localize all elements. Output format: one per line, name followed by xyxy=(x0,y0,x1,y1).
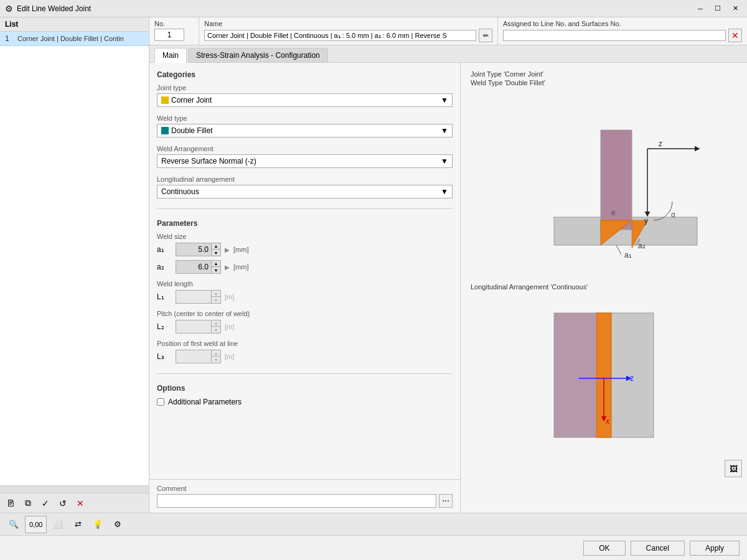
joint-type-select[interactable]: Corner Joint ▼ xyxy=(157,93,453,107)
edit-name-button[interactable]: ✏ xyxy=(479,29,492,42)
a2-input[interactable] xyxy=(176,261,211,273)
search-tool-button[interactable]: 🔍 xyxy=(5,516,22,533)
l1-unit: [m] xyxy=(225,293,234,301)
l3-input-group: ▲ ▼ xyxy=(176,350,221,363)
name-label: Name xyxy=(204,20,492,27)
joint-type-value: Corner Joint xyxy=(171,96,212,105)
a2-arrow: ▶ xyxy=(225,264,230,271)
list-toolbar: 🖹 ⧉ ✓ ↺ ✕ xyxy=(0,493,149,513)
clear-assigned-button[interactable]: ✕ xyxy=(728,29,742,42)
comment-row: ⋯ xyxy=(157,494,453,508)
assigned-section: Assigned to Line No. and Surfaces No. ✕ xyxy=(498,17,747,45)
l3-increment: ▲ xyxy=(212,350,220,357)
diagram-label2: Weld Type 'Double Fillet' xyxy=(471,79,737,86)
l1-label: L₁ xyxy=(157,292,172,301)
longitudinal-arrangement-arrow: ▼ xyxy=(441,187,448,196)
swap-button[interactable]: ⇄ xyxy=(69,516,87,533)
name-input[interactable] xyxy=(204,30,476,41)
weld-arrangement-value: Reverse Surface Normal (-z) xyxy=(161,157,256,166)
weld-arrangement-select[interactable]: Reverse Surface Normal (-z) ▼ xyxy=(157,154,453,168)
svg-line-12 xyxy=(616,245,621,254)
a2-decrement[interactable]: ▼ xyxy=(212,267,220,273)
apply-button[interactable]: Apply xyxy=(690,541,740,556)
position-section: Position of first weld at line L₃ ▲ ▼ xyxy=(157,340,453,363)
l1-input-group: ▲ ▼ xyxy=(176,290,221,304)
no-input[interactable] xyxy=(154,29,184,41)
position-label: Position of first weld at line xyxy=(157,340,453,347)
svg-text:a₂: a₂ xyxy=(638,241,646,250)
diagram-footer: 🖼 xyxy=(461,455,747,482)
coordinates-display[interactable]: 0,00 xyxy=(25,516,47,533)
left-panel: List 1 Corner Joint | Double Fillet | Co… xyxy=(0,17,149,513)
l3-spin: ▲ ▼ xyxy=(211,350,220,363)
a2-spin: ▲ ▼ xyxy=(211,261,220,273)
longitudinal-label: Longitudinal Arrangement 'Continuous' xyxy=(461,278,747,296)
a2-increment[interactable]: ▲ xyxy=(212,261,220,267)
help-button[interactable]: 💡 xyxy=(89,516,106,533)
weld-length-section: Weld length L₁ ▲ ▼ xyxy=(157,280,453,304)
comment-button[interactable]: ⋯ xyxy=(439,494,453,508)
list-item-text: Corner Joint | Double Fillet | Contin xyxy=(17,35,124,42)
l1-increment: ▲ xyxy=(212,291,220,297)
delete-button[interactable]: ✕ xyxy=(72,495,88,511)
close-button[interactable]: ✕ xyxy=(728,2,742,16)
a1-input[interactable] xyxy=(176,244,211,255)
weld-size-label: Weld size xyxy=(157,233,453,240)
confirm-button[interactable]: ✓ xyxy=(37,495,54,511)
a2-input-group: ▲ ▼ xyxy=(176,260,221,274)
main-content: Categories Joint type Corner Joint ▼ xyxy=(149,63,747,513)
svg-text:α: α xyxy=(671,210,675,219)
joint-type-swatch xyxy=(161,96,169,104)
top-row: No. Name ✏ Assigned to Line No. and Surf… xyxy=(149,17,747,45)
tab-stress[interactable]: Stress-Strain Analysis - Configuration xyxy=(188,48,328,62)
view-button[interactable]: ⬜ xyxy=(49,516,67,533)
list-scrollbar[interactable] xyxy=(0,485,149,493)
name-row: ✏ xyxy=(204,29,492,42)
list-area: 1 Corner Joint | Double Fillet | Contin xyxy=(0,32,149,485)
assigned-input[interactable] xyxy=(503,30,726,41)
a1-decrement[interactable]: ▼ xyxy=(212,250,220,256)
weld-arrangement-arrow: ▼ xyxy=(441,157,448,166)
diagram-export-button[interactable]: 🖼 xyxy=(725,460,742,477)
list-item[interactable]: 1 Corner Joint | Double Fillet | Contin xyxy=(0,32,149,46)
maximize-button[interactable]: ☐ xyxy=(711,2,725,16)
a1-arrow: ▶ xyxy=(225,246,230,253)
ok-button[interactable]: OK xyxy=(583,541,625,556)
weld-arrangement-label: Weld Arrangement xyxy=(157,145,453,152)
l2-spin: ▲ ▼ xyxy=(211,320,220,333)
weld-type-group: Weld type Double Fillet ▼ xyxy=(157,114,453,138)
settings-button[interactable]: ⚙ xyxy=(109,516,126,533)
corner-joint-diagram: z y α e a₁ a₂ xyxy=(461,94,747,278)
content-area: List 1 Corner Joint | Double Fillet | Co… xyxy=(0,17,747,513)
weld-arrangement-group: Weld Arrangement Reverse Surface Normal … xyxy=(157,145,453,168)
comment-input[interactable] xyxy=(157,494,436,508)
tab-main[interactable]: Main xyxy=(154,48,187,63)
tab-bar: Main Stress-Strain Analysis - Configurat… xyxy=(149,45,747,63)
additional-params-checkbox[interactable] xyxy=(157,398,164,406)
longitudinal-arrangement-select[interactable]: Continuous ▼ xyxy=(157,185,453,198)
continuous-svg: z x xyxy=(542,301,666,450)
pitch-label: Pitch (center to center of weld) xyxy=(157,310,453,317)
additional-params-row: Additional Parameters xyxy=(157,398,453,406)
reset-button[interactable]: ↺ xyxy=(55,495,71,511)
svg-text:x: x xyxy=(606,417,609,426)
divider2 xyxy=(157,373,453,374)
categories-label: Categories xyxy=(157,70,453,79)
l2-input xyxy=(176,321,211,332)
right-area: No. Name ✏ Assigned to Line No. and Surf… xyxy=(149,17,747,513)
weld-type-select[interactable]: Double Fillet ▼ xyxy=(157,124,453,138)
add-item-button[interactable]: 🖹 xyxy=(2,495,19,511)
a2-label: a₂ xyxy=(157,263,172,271)
a1-increment[interactable]: ▲ xyxy=(212,243,220,250)
l3-input xyxy=(176,351,211,362)
minimize-button[interactable]: ─ xyxy=(693,2,707,16)
title-bar: ⚙ Edit Line Welded Joint ─ ☐ ✕ xyxy=(0,0,747,17)
cancel-button[interactable]: Cancel xyxy=(631,541,685,556)
duplicate-button[interactable]: ⧉ xyxy=(20,495,36,511)
l3-row: L₃ ▲ ▼ [m] xyxy=(157,350,453,363)
diagram-panel: Joint Type 'Corner Joint' Weld Type 'Dou… xyxy=(461,63,747,513)
l1-row: L₁ ▲ ▼ [m] xyxy=(157,290,453,304)
ok-cancel-bar: OK Cancel Apply xyxy=(0,535,747,560)
joint-type-group: Joint type Corner Joint ▼ xyxy=(157,84,453,107)
main-container: List 1 Corner Joint | Double Fillet | Co… xyxy=(0,17,747,560)
